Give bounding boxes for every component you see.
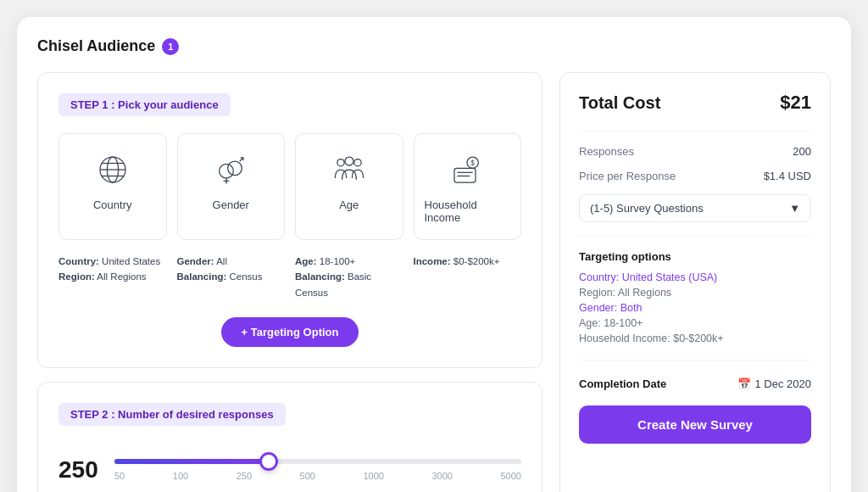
audience-card-age[interactable]: Age xyxy=(295,133,403,240)
completion-row: Completion Date 📅 1 Dec 2020 xyxy=(579,377,811,390)
svg-point-14 xyxy=(354,159,361,166)
response-count: 250 xyxy=(58,456,101,484)
completion-date: 1 Dec 2020 xyxy=(755,377,812,390)
divider-2 xyxy=(579,236,811,237)
country-label: Country xyxy=(93,198,132,211)
audience-card-country[interactable]: Country xyxy=(58,133,167,240)
targeting-option-income: Household Income: $0-$200k+ xyxy=(579,331,811,346)
step2-label: STEP 2 : Number of desired responses xyxy=(58,403,286,426)
app-header: Chisel Audience 1 xyxy=(37,37,831,55)
tick-5000: 5000 xyxy=(500,471,520,481)
total-cost-value: $21 xyxy=(780,92,811,114)
svg-point-12 xyxy=(337,159,344,166)
gender-icon xyxy=(210,149,251,190)
gender-label: Gender xyxy=(213,198,249,211)
slider-wrapper: 50 100 250 500 1000 3000 5000 xyxy=(114,459,521,481)
svg-rect-17 xyxy=(454,168,476,182)
targeting-option-country: Country: United States (USA) xyxy=(579,270,811,285)
step1-label: STEP 1 : Pick your audience xyxy=(58,93,231,116)
responses-value: 200 xyxy=(793,145,811,158)
price-label: Price per Response xyxy=(579,170,676,182)
price-row: Price per Response $1.4 USD xyxy=(579,170,811,182)
svg-point-13 xyxy=(345,157,353,165)
targeting-option-age: Age: 18-100+ xyxy=(579,316,811,331)
main-layout: STEP 1 : Pick your audience xyxy=(37,72,831,492)
tick-100: 100 xyxy=(173,471,188,481)
survey-questions-dropdown[interactable]: (1-5) Survey Questions ▼ xyxy=(579,194,811,222)
tick-1000: 1000 xyxy=(363,471,383,481)
country-icon xyxy=(92,149,133,190)
tick-500: 500 xyxy=(300,471,315,481)
svg-point-5 xyxy=(220,164,234,178)
tick-3000: 3000 xyxy=(431,471,452,481)
total-cost-label: Total Cost xyxy=(579,93,660,113)
dropdown-label: (1-5) Survey Questions xyxy=(590,202,704,215)
income-label: Household Income xyxy=(425,198,511,224)
audience-details: Country: United States Region: All Regio… xyxy=(58,254,521,300)
income-icon: $ xyxy=(447,149,487,190)
responses-row: Responses 200 xyxy=(579,145,811,158)
audience-options: Country xyxy=(58,133,521,240)
svg-point-6 xyxy=(228,161,242,176)
step2-card: STEP 2 : Number of desired responses 250… xyxy=(37,382,542,492)
detail-age: Age: 18-100+ Balancing: Basic Census xyxy=(295,254,403,300)
divider-1 xyxy=(579,131,811,131)
detail-income: Income: $0-$200k+ xyxy=(414,254,522,300)
responses-label: Responses xyxy=(579,145,634,158)
detail-gender: Gender: All Balancing: Census xyxy=(177,254,286,300)
tick-250: 250 xyxy=(236,471,252,481)
left-panel: STEP 1 : Pick your audience xyxy=(37,72,542,492)
svg-text:$: $ xyxy=(471,159,476,167)
divider-3 xyxy=(579,360,811,361)
calendar-icon: 📅 xyxy=(737,377,751,390)
slider-thumb[interactable] xyxy=(259,452,278,471)
targeting-option-button[interactable]: + Targeting Option xyxy=(221,317,359,347)
targeting-option-gender: Gender: Both xyxy=(579,300,811,316)
detail-country: Country: United States Region: All Regio… xyxy=(58,254,167,300)
price-value: $1.4 USD xyxy=(764,170,811,182)
app-container: Chisel Audience 1 STEP 1 : Pick your aud… xyxy=(17,17,851,492)
completion-label: Completion Date xyxy=(579,377,666,390)
create-survey-button[interactable]: Create New Survey xyxy=(579,405,811,444)
slider-fill xyxy=(114,459,269,464)
completion-value: 📅 1 Dec 2020 xyxy=(737,377,812,390)
app-title: Chisel Audience xyxy=(37,37,155,55)
slider-track xyxy=(114,459,521,464)
audience-card-income[interactable]: $ Household Income xyxy=(414,133,522,240)
targeting-options-title: Targeting options xyxy=(579,250,811,263)
targeting-option-region: Region: All Regions xyxy=(579,285,811,300)
slider-ticks: 50 100 250 500 1000 3000 5000 xyxy=(114,471,521,481)
audience-card-gender[interactable]: Gender xyxy=(177,133,286,240)
targeting-options-section: Targeting options Country: United States… xyxy=(579,250,811,346)
slider-section: 250 50 100 250 500 1000 3000 xyxy=(58,456,521,484)
right-panel: Total Cost $21 Responses 200 Price per R… xyxy=(559,72,831,492)
age-icon xyxy=(329,149,370,190)
cost-header: Total Cost $21 xyxy=(579,92,811,114)
age-label: Age xyxy=(339,198,359,211)
step1-card: STEP 1 : Pick your audience xyxy=(37,72,542,368)
tick-50: 50 xyxy=(114,471,125,481)
app-badge: 1 xyxy=(162,38,179,55)
chevron-down-icon: ▼ xyxy=(789,202,800,215)
